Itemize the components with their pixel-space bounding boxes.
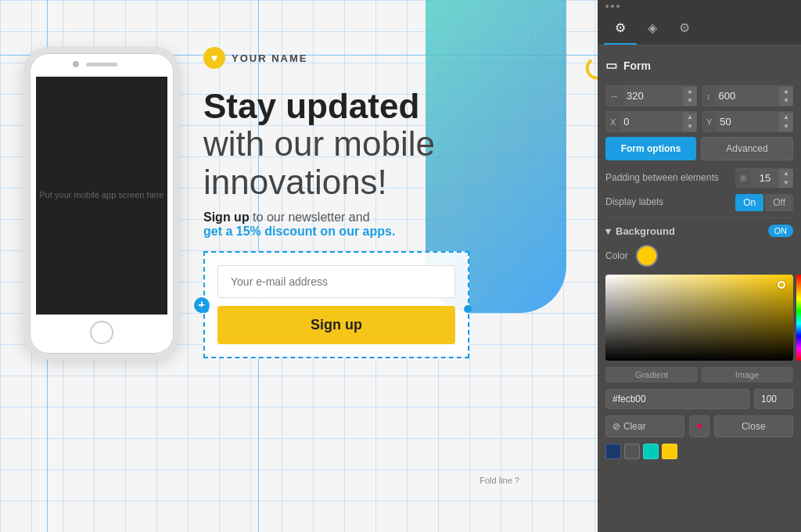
- saved-color-3[interactable]: [643, 444, 659, 459]
- headline-line2: with our mobile: [203, 124, 435, 163]
- tab-properties[interactable]: ⚙: [604, 13, 637, 45]
- signup-button[interactable]: Sign up: [217, 306, 455, 344]
- y-decrement[interactable]: ▼: [779, 122, 793, 131]
- dimension-row-xy: X ▲ ▼ Y ▲ ▼: [605, 111, 793, 132]
- width-field: ↔ ▲ ▼: [605, 85, 697, 106]
- color-tabs: Gradient Image: [605, 367, 793, 383]
- padding-label: Padding between elements: [605, 172, 735, 185]
- background-toggle-on[interactable]: ON: [768, 225, 794, 237]
- canvas-area: Put your mobile app screen here ♥ YOUR N…: [0, 0, 598, 532]
- saved-colors: [605, 444, 793, 459]
- tab-settings[interactable]: ⚙: [668, 13, 701, 45]
- dimension-row-wh: ↔ ▲ ▼ ↕ ▲ ▼: [605, 85, 793, 106]
- color-gradient[interactable]: [605, 275, 793, 361]
- width-spinners: ▲ ▼: [683, 87, 697, 106]
- y-input[interactable]: [717, 111, 779, 132]
- phone-frame: Put your mobile app screen here: [23, 47, 180, 360]
- saved-color-1[interactable]: [605, 444, 621, 459]
- opacity-input[interactable]: [754, 389, 793, 409]
- height-spinners: ▲ ▼: [779, 87, 793, 106]
- x-spinners: ▲ ▼: [683, 113, 697, 131]
- clear-button[interactable]: ⊘ Clear: [605, 415, 684, 437]
- width-icon: ↔: [605, 87, 623, 106]
- phone-screen: Put your mobile app screen here: [36, 77, 167, 315]
- padding-decrement[interactable]: ▼: [779, 178, 793, 188]
- hex-input[interactable]: [605, 389, 749, 409]
- width-increment[interactable]: ▲: [683, 87, 697, 96]
- content-area: ♥ YOUR NAME Stay updated with our mobile…: [203, 31, 582, 501]
- phone-mockup: Put your mobile app screen here: [23, 47, 196, 383]
- logo-text: YOUR NAME: [232, 52, 307, 64]
- favorite-button[interactable]: ♥: [689, 415, 709, 437]
- padding-icon: ⊞: [735, 170, 751, 186]
- toggle-on-button[interactable]: On: [735, 194, 763, 211]
- headline: Stay updated with our mobile innovations…: [203, 88, 582, 201]
- email-input[interactable]: [217, 265, 455, 298]
- padding-increment[interactable]: ▲: [779, 169, 793, 178]
- no-icon: ⊘: [612, 421, 620, 432]
- background-section-title: ▾ Background: [605, 225, 675, 237]
- phone-speaker: [86, 63, 117, 66]
- y-field: Y ▲ ▼: [702, 111, 793, 132]
- form-label: Form: [623, 59, 651, 72]
- saved-color-2[interactable]: [624, 444, 640, 459]
- width-input[interactable]: [623, 85, 683, 106]
- signup-bold: Sign up: [203, 210, 250, 224]
- clear-label: Clear: [623, 421, 646, 432]
- form-section-title: ▭ Form: [605, 53, 793, 77]
- canvas-background: Put your mobile app screen here ♥ YOUR N…: [0, 0, 598, 532]
- color-picker-area: [605, 275, 793, 361]
- tab-layers[interactable]: ◈: [637, 13, 668, 45]
- action-buttons: Form options Advanced: [605, 137, 793, 160]
- display-labels-label: Display labels: [605, 196, 735, 209]
- x-decrement[interactable]: ▼: [683, 122, 697, 131]
- y-increment[interactable]: ▲: [779, 113, 793, 122]
- display-labels-row: Display labels On Off: [605, 194, 793, 211]
- fold-line-label: Fold line ?: [480, 476, 519, 485]
- section-divider: [605, 217, 793, 218]
- color-label: Color: [605, 250, 628, 261]
- saved-color-4[interactable]: [662, 444, 677, 459]
- advanced-button[interactable]: Advanced: [701, 137, 793, 160]
- color-tab-image[interactable]: Image: [701, 367, 793, 383]
- height-field: ↕ ▲ ▼: [702, 85, 793, 106]
- padding-setting-row: Padding between elements ⊞ ▲ ▼: [605, 168, 793, 188]
- height-increment[interactable]: ▲: [779, 87, 793, 96]
- close-button[interactable]: Close: [714, 415, 793, 437]
- height-input[interactable]: [716, 85, 780, 106]
- panel-tabs: ⚙ ◈ ⚙: [598, 13, 801, 45]
- x-field: X ▲ ▼: [605, 111, 697, 132]
- signup-description: Sign up to our newsletter and get a 15% …: [203, 210, 582, 239]
- color-tab-gradient[interactable]: Gradient: [605, 367, 698, 383]
- right-panel: ⚙ ◈ ⚙ ▭ Form ↔ ▲ ▼ ↕ ▲: [598, 0, 801, 532]
- drag-dot-1: [605, 5, 609, 8]
- headline-line3: innovations!: [203, 163, 387, 201]
- color-swatch[interactable]: [636, 245, 658, 267]
- form-options-button[interactable]: Form options: [605, 137, 696, 160]
- background-label: Background: [616, 225, 675, 237]
- height-icon: ↕: [702, 87, 716, 106]
- phone-screen-placeholder: Put your mobile app screen here: [40, 189, 164, 201]
- x-label: X: [605, 113, 620, 131]
- padding-field: ⊞ ▲ ▼: [735, 168, 793, 188]
- form-handle-left[interactable]: [201, 305, 209, 313]
- toggle-off-button[interactable]: Off: [765, 194, 793, 211]
- form-handle-right[interactable]: [464, 305, 472, 313]
- color-cursor[interactable]: [778, 281, 785, 289]
- phone-camera: [73, 61, 79, 67]
- y-spinners: ▲ ▼: [779, 113, 793, 131]
- headline-line1: Stay updated: [203, 87, 419, 125]
- logo-heart-icon: ♥: [203, 47, 225, 69]
- phone-home-button: [90, 321, 113, 344]
- signup-rest: to our newsletter and: [253, 210, 369, 224]
- hue-strip[interactable]: [796, 275, 801, 361]
- chevron-down-icon[interactable]: ▾: [605, 225, 611, 237]
- color-row: Color: [605, 245, 793, 267]
- x-increment[interactable]: ▲: [683, 113, 697, 122]
- height-decrement[interactable]: ▼: [779, 96, 793, 106]
- width-decrement[interactable]: ▼: [683, 96, 697, 106]
- padding-input[interactable]: [751, 168, 779, 188]
- form-title-icon: ▭: [605, 58, 617, 73]
- panel-drag-handle[interactable]: [598, 0, 801, 13]
- x-input[interactable]: [620, 111, 683, 132]
